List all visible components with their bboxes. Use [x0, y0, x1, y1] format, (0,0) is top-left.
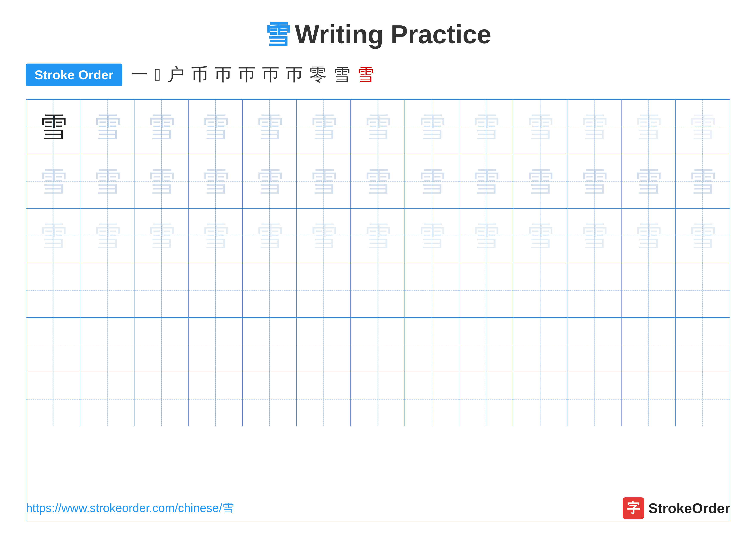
grid-cell[interactable]	[134, 318, 189, 372]
grid-cell[interactable]: 雪	[459, 100, 513, 154]
practice-grid[interactable]: 雪雪雪雪雪雪雪雪雪雪雪雪雪雪雪雪雪雪雪雪雪雪雪雪雪雪雪雪雪雪雪雪雪雪雪雪雪雪雪	[26, 99, 730, 521]
grid-cell[interactable]: 雪	[243, 209, 297, 263]
grid-cell[interactable]: 雪	[26, 154, 80, 208]
grid-cell[interactable]: 雪	[351, 100, 405, 154]
grid-cell[interactable]: 雪	[405, 100, 459, 154]
grid-cell[interactable]	[622, 263, 676, 317]
grid-cell[interactable]: 雪	[405, 209, 459, 263]
grid-row-5[interactable]	[26, 372, 730, 426]
grid-cell[interactable]: 雪	[351, 209, 405, 263]
stroke-step-8: 帀	[286, 63, 303, 87]
grid-row-4[interactable]	[26, 318, 730, 372]
grid-cell[interactable]	[405, 263, 459, 317]
grid-cell[interactable]	[459, 318, 513, 372]
stroke-step-5: 帀	[215, 63, 232, 87]
grid-cell[interactable]: 雪	[189, 154, 243, 208]
grid-cell[interactable]	[513, 372, 567, 426]
grid-row-1[interactable]: 雪雪雪雪雪雪雪雪雪雪雪雪雪	[26, 154, 730, 209]
grid-cell[interactable]	[189, 263, 243, 317]
grid-cell[interactable]: 雪	[459, 209, 513, 263]
grid-cell[interactable]	[80, 263, 134, 317]
grid-cell[interactable]: 雪	[405, 154, 459, 208]
grid-cell[interactable]: 雪	[676, 209, 730, 263]
grid-cell[interactable]	[189, 372, 243, 426]
stroke-step-10: 雪	[333, 63, 350, 87]
footer: https://www.strokeorder.com/chinese/雪 字 …	[26, 497, 730, 519]
grid-cell[interactable]: 雪	[567, 100, 622, 154]
grid-cell[interactable]: 雪	[567, 154, 622, 208]
grid-cell[interactable]	[622, 372, 676, 426]
grid-cell[interactable]	[676, 372, 730, 426]
grid-cell[interactable]	[134, 372, 189, 426]
grid-cell[interactable]	[80, 318, 134, 372]
grid-cell[interactable]: 雪	[676, 100, 730, 154]
grid-cell[interactable]: 雪	[80, 100, 134, 154]
grid-cell[interactable]: 雪	[622, 154, 676, 208]
grid-cell[interactable]	[26, 372, 80, 426]
grid-cell[interactable]	[567, 263, 622, 317]
grid-cell[interactable]	[189, 318, 243, 372]
grid-cell[interactable]	[134, 263, 189, 317]
grid-cell[interactable]	[26, 318, 80, 372]
grid-cell[interactable]	[567, 372, 622, 426]
grid-cell[interactable]	[513, 263, 567, 317]
stroke-step-11: 雪	[357, 63, 374, 87]
grid-cell[interactable]: 雪	[622, 100, 676, 154]
grid-row-3[interactable]	[26, 263, 730, 318]
grid-cell[interactable]: 雪	[26, 100, 80, 154]
grid-cell[interactable]	[459, 372, 513, 426]
grid-cell[interactable]: 雪	[513, 100, 567, 154]
grid-cell[interactable]: 雪	[189, 100, 243, 154]
grid-cell[interactable]: 雪	[622, 209, 676, 263]
grid-cell[interactable]: 雪	[297, 209, 351, 263]
grid-cell[interactable]: 雪	[243, 100, 297, 154]
grid-cell[interactable]	[405, 318, 459, 372]
grid-cell[interactable]	[243, 318, 297, 372]
grid-cell[interactable]: 雪	[243, 154, 297, 208]
grid-cell[interactable]	[405, 372, 459, 426]
grid-cell[interactable]: 雪	[513, 209, 567, 263]
stroke-step-4: 币	[191, 63, 208, 87]
stroke-step-7: 帀	[262, 63, 279, 87]
footer-logo-text: StrokeOrder	[648, 500, 730, 516]
grid-cell[interactable]	[297, 372, 351, 426]
grid-cell[interactable]	[351, 318, 405, 372]
stroke-order-row: Stroke Order 一 𠃌 户 币 帀 帀 帀 帀 零 雪 雪	[26, 63, 730, 87]
grid-cell[interactable]: 雪	[459, 154, 513, 208]
grid-cell[interactable]	[80, 372, 134, 426]
grid-cell[interactable]	[459, 263, 513, 317]
grid-cell[interactable]	[676, 318, 730, 372]
grid-row-2[interactable]: 雪雪雪雪雪雪雪雪雪雪雪雪雪	[26, 209, 730, 263]
grid-cell[interactable]: 雪	[189, 209, 243, 263]
grid-cell[interactable]	[26, 263, 80, 317]
grid-cell[interactable]	[243, 263, 297, 317]
grid-cell[interactable]: 雪	[297, 100, 351, 154]
grid-cell[interactable]: 雪	[80, 154, 134, 208]
grid-cell[interactable]	[513, 318, 567, 372]
grid-cell[interactable]: 雪	[134, 100, 189, 154]
grid-cell[interactable]: 雪	[26, 209, 80, 263]
page-title: 雪Writing Practice	[265, 17, 491, 52]
grid-cell[interactable]: 雪	[567, 209, 622, 263]
grid-cell[interactable]	[297, 263, 351, 317]
title-character: 雪	[265, 20, 290, 49]
grid-cell[interactable]	[676, 263, 730, 317]
stroke-step-3: 户	[167, 63, 184, 87]
grid-cell[interactable]: 雪	[513, 154, 567, 208]
footer-url[interactable]: https://www.strokeorder.com/chinese/雪	[26, 500, 234, 516]
grid-cell[interactable]: 雪	[676, 154, 730, 208]
grid-cell[interactable]: 雪	[351, 154, 405, 208]
grid-cell[interactable]	[351, 263, 405, 317]
grid-cell[interactable]: 雪	[134, 154, 189, 208]
grid-cell[interactable]: 雪	[134, 209, 189, 263]
grid-cell[interactable]	[622, 318, 676, 372]
grid-cell[interactable]	[297, 318, 351, 372]
grid-row-0[interactable]: 雪雪雪雪雪雪雪雪雪雪雪雪雪	[26, 100, 730, 154]
stroke-order-badge: Stroke Order	[26, 64, 122, 86]
grid-cell[interactable]	[243, 372, 297, 426]
grid-cell[interactable]	[351, 372, 405, 426]
grid-cell[interactable]	[567, 318, 622, 372]
stroke-step-1: 一	[131, 63, 148, 87]
grid-cell[interactable]: 雪	[297, 154, 351, 208]
grid-cell[interactable]: 雪	[80, 209, 134, 263]
